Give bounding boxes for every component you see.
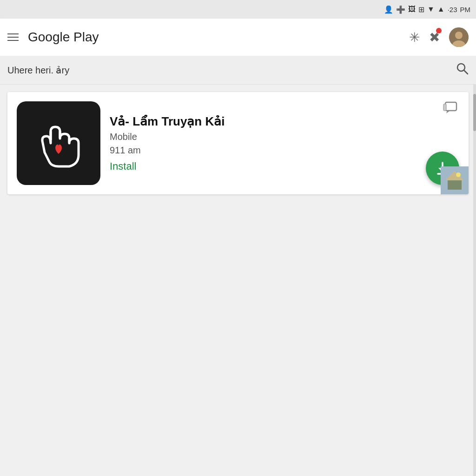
app-category: Mobile bbox=[110, 132, 416, 142]
person-icon: 👤 bbox=[384, 5, 393, 14]
app-name: Vả- Lẩm Truyạn Kải bbox=[110, 114, 416, 129]
page-title: Google Play bbox=[28, 30, 400, 45]
app-bar-actions: ✳ ✖ bbox=[409, 27, 469, 47]
close-icon-wrapper[interactable]: ✖ bbox=[429, 30, 440, 45]
image-icon: 🖼 bbox=[408, 5, 416, 13]
settings-icon[interactable]: ✳ bbox=[409, 30, 420, 45]
corner-thumbnail bbox=[441, 166, 469, 194]
svg-rect-8 bbox=[445, 102, 456, 111]
app-time: 911 am bbox=[110, 145, 416, 156]
signal-icon: ▲ bbox=[437, 5, 445, 13]
menu-button[interactable] bbox=[7, 33, 19, 41]
status-time: ·23 bbox=[448, 6, 457, 13]
app-bar: Google Play ✳ ✖ bbox=[0, 19, 476, 56]
avatar[interactable] bbox=[449, 27, 469, 47]
svg-rect-9 bbox=[443, 104, 446, 111]
notification-dot bbox=[436, 28, 442, 33]
svg-point-15 bbox=[456, 172, 461, 177]
scrollbar[interactable] bbox=[473, 85, 476, 476]
app-info: Vả- Lẩm Truyạn Kải Mobile 911 am Install bbox=[110, 114, 416, 172]
wifi-icon: ▼ bbox=[427, 5, 435, 13]
search-icon bbox=[456, 62, 469, 75]
scrollbar-thumb[interactable] bbox=[473, 94, 476, 131]
app-card: Vả- Lẩm Truyạn Kải Mobile 911 am Install bbox=[7, 92, 469, 194]
status-icons: 👤 ➕ 🖼 ⊞ ▼ ▲ ·23 PM bbox=[384, 5, 470, 14]
content-area: Vả- Lẩm Truyạn Kải Mobile 911 am Install bbox=[0, 85, 476, 476]
status-period: PM bbox=[460, 6, 471, 13]
hand-heart-icon bbox=[26, 111, 91, 176]
app-icon bbox=[17, 101, 100, 185]
medical-icon: ➕ bbox=[396, 5, 405, 14]
search-input[interactable] bbox=[7, 65, 456, 75]
status-bar: 👤 ➕ 🖼 ⊞ ▼ ▲ ·23 PM bbox=[0, 0, 476, 19]
layout-icon: ⊞ bbox=[418, 5, 424, 14]
install-button[interactable]: Install bbox=[110, 160, 416, 172]
chat-icon[interactable] bbox=[443, 101, 459, 114]
svg-line-4 bbox=[464, 70, 468, 74]
svg-point-1 bbox=[455, 32, 463, 39]
search-bar bbox=[0, 56, 476, 85]
search-button[interactable] bbox=[456, 62, 469, 78]
